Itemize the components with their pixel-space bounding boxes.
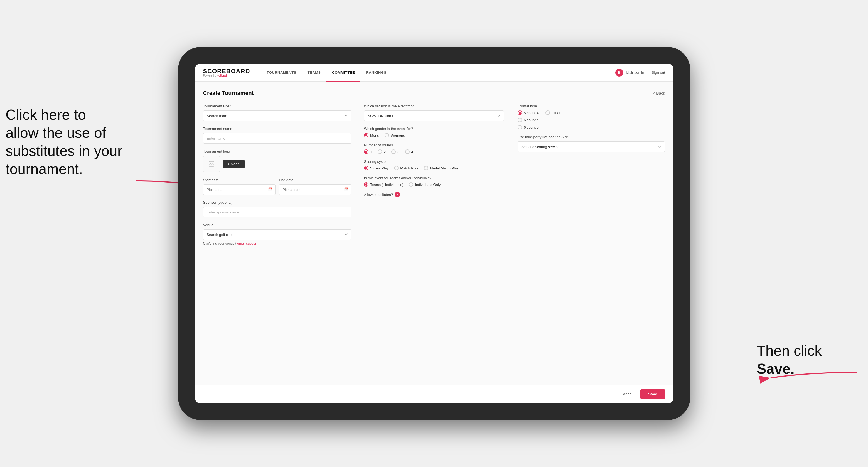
rounds-4-radio[interactable] <box>405 150 410 154</box>
start-date-icon: 📅 <box>268 187 273 192</box>
sponsor-input[interactable] <box>203 207 351 217</box>
allow-substitutes-group: Allow substitutes? <box>364 192 504 197</box>
gender-group: Which gender is the event for? Mens Wome… <box>364 127 504 137</box>
annotation-left: Click here to allow the use of substitut… <box>6 106 150 178</box>
form-col-right: Format type 5 count 4 Other <box>511 104 665 251</box>
start-date-input[interactable] <box>203 184 276 195</box>
end-date-group: End date 📅 <box>279 178 351 195</box>
signout-link[interactable]: Sign out <box>652 70 665 74</box>
scoring-medal-match-radio[interactable] <box>424 166 428 170</box>
rounds-2-radio[interactable] <box>378 150 382 154</box>
tournament-logo-group: Tournament logo Upload <box>203 149 351 172</box>
format-6count5[interactable]: 6 count 5 <box>518 125 539 129</box>
gender-mens[interactable]: Mens <box>364 133 379 137</box>
tournament-host-group: Tournament Host Search team <box>203 104 351 121</box>
start-date-label: Start date <box>203 178 276 182</box>
rounds-4[interactable]: 4 <box>405 150 413 154</box>
format-other-radio[interactable] <box>546 111 550 115</box>
nav-separator: | <box>647 70 648 74</box>
venue-select[interactable]: Search golf club <box>203 229 351 240</box>
upload-button[interactable]: Upload <box>223 160 245 168</box>
rounds-1[interactable]: 1 <box>364 150 372 154</box>
tournament-host-label: Tournament Host <box>203 104 351 108</box>
navbar: SCOREBOARD Powered by clippd TOURNAMENTS… <box>195 64 674 82</box>
rounds-3-radio[interactable] <box>391 150 396 154</box>
format-5count4-radio[interactable] <box>518 111 522 115</box>
end-date-label: End date <box>279 178 351 182</box>
logo-area: SCOREBOARD Powered by clippd <box>203 68 250 77</box>
nav-tournaments[interactable]: TOURNAMENTS <box>261 64 302 82</box>
scoring-system-label: Scoring system <box>364 159 504 164</box>
logo-powered: Powered by clippd <box>203 74 250 77</box>
scoring-system-radio-group: Stroke Play Match Play Medal Match Play <box>364 166 504 170</box>
rounds-3[interactable]: 3 <box>391 150 399 154</box>
format-6count5-radio[interactable] <box>518 125 522 129</box>
sponsor-label: Sponsor (optional) <box>203 200 351 205</box>
start-date-group: Start date 📅 <box>203 178 276 195</box>
tournament-host-select[interactable]: Search team <box>203 111 351 121</box>
gender-label: Which gender is the event for? <box>364 127 504 131</box>
form-col-middle: Which division is the event for? NCAA Di… <box>357 104 511 251</box>
logo-placeholder <box>203 156 220 172</box>
date-row: Start date 📅 End date 📅 <box>203 178 351 195</box>
gender-womens[interactable]: Womens <box>384 133 405 137</box>
teams-individuals-group: Is this event for Teams and/or Individua… <box>364 176 504 187</box>
rounds-2[interactable]: 2 <box>378 150 386 154</box>
division-select[interactable]: NCAA Division I <box>364 111 504 121</box>
format-6count4-radio[interactable] <box>518 118 522 122</box>
format-options: 5 count 4 Other 6 count 4 <box>518 111 665 129</box>
scoring-medal-match[interactable]: Medal Match Play <box>424 166 459 170</box>
scoring-stroke[interactable]: Stroke Play <box>364 166 389 170</box>
scoring-service-group: Use third-party live scoring API? Select… <box>518 135 665 152</box>
nav-teams[interactable]: TEAMS <box>302 64 327 82</box>
gender-radio-group: Mens Womens <box>364 133 504 137</box>
allow-substitutes-checkbox[interactable] <box>395 192 400 197</box>
scoring-stroke-radio[interactable] <box>364 166 368 170</box>
allow-substitutes-label: Allow substitutes? <box>364 193 393 197</box>
rounds-1-radio[interactable] <box>364 150 368 154</box>
nav-committee[interactable]: COMMITTEE <box>327 64 361 82</box>
image-icon <box>208 161 215 167</box>
user-label: blair admin <box>626 70 644 74</box>
venue-group: Venue Search golf club Can't find your v… <box>203 223 351 246</box>
page-title: Create Tournament <box>203 90 254 96</box>
nav-rankings[interactable]: RANKINGS <box>361 64 392 82</box>
start-date-wrap: 📅 <box>203 184 276 195</box>
end-date-input[interactable] <box>279 184 351 195</box>
rounds-radio-group: 1 2 3 4 <box>364 150 504 154</box>
scoring-service-select[interactable]: Select a scoring service <box>518 142 665 152</box>
tournament-name-label: Tournament name <box>203 127 351 131</box>
individuals-only[interactable]: Individuals Only <box>409 182 440 187</box>
scoring-system-group: Scoring system Stroke Play Match Play <box>364 159 504 170</box>
tournament-name-group: Tournament name <box>203 127 351 144</box>
nav-avatar: B <box>615 69 623 76</box>
scoring-match[interactable]: Match Play <box>394 166 418 170</box>
arrow-right <box>765 364 860 381</box>
individuals-only-radio[interactable] <box>409 182 413 187</box>
form-col-left: Tournament Host Search team Tournament n… <box>203 104 357 251</box>
nav-links: TOURNAMENTS TEAMS COMMITTEE RANKINGS <box>261 64 615 82</box>
scoring-service-label: Use third-party live scoring API? <box>518 135 665 139</box>
tournament-logo-label: Tournament logo <box>203 149 351 153</box>
email-support-link[interactable]: email support <box>237 242 257 246</box>
format-6count4[interactable]: 6 count 4 <box>518 118 539 122</box>
gender-mens-radio[interactable] <box>364 133 368 137</box>
back-link[interactable]: < Back <box>653 91 665 95</box>
format-5count4[interactable]: 5 count 4 <box>518 111 539 115</box>
allow-substitutes-item: Allow substitutes? <box>364 192 504 197</box>
rounds-group: Number of rounds 1 2 <box>364 143 504 154</box>
teams-plus-individuals[interactable]: Teams (+Individuals) <box>364 182 404 187</box>
format-row-1: 5 count 4 Other <box>518 111 665 115</box>
scoring-match-radio[interactable] <box>394 166 399 170</box>
teams-plus-individuals-radio[interactable] <box>364 182 368 187</box>
end-date-icon: 📅 <box>344 187 349 192</box>
cancel-button[interactable]: Cancel <box>616 390 637 399</box>
format-other[interactable]: Other <box>546 111 561 115</box>
logo-upload-area: Upload <box>203 156 351 172</box>
form-grid: Tournament Host Search team Tournament n… <box>203 104 665 251</box>
tournament-name-input[interactable] <box>203 133 351 144</box>
nav-right: B blair admin | Sign out <box>615 69 665 76</box>
tablet-screen: SCOREBOARD Powered by clippd TOURNAMENTS… <box>195 64 674 403</box>
save-button[interactable]: Save <box>640 390 665 399</box>
gender-womens-radio[interactable] <box>384 133 389 137</box>
